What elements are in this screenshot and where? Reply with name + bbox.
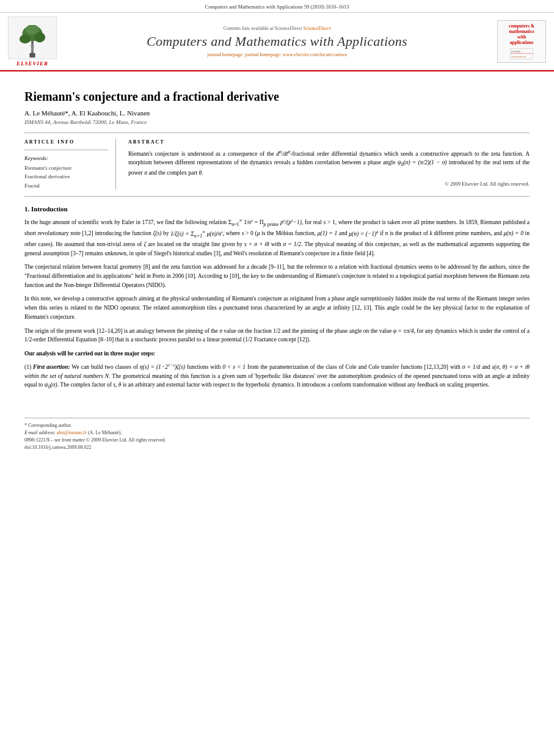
- abstract-label: ABSTRACT: [128, 139, 530, 145]
- copyright-line: © 2009 Elsevier Ltd. All rights reserved…: [128, 181, 530, 187]
- page: Computers and Mathematics with Applicati…: [0, 0, 554, 756]
- step-1-text: (1) First assertion: We can build two cl…: [24, 362, 530, 391]
- elsevier-logo-box: [8, 16, 57, 59]
- keyword-2: Fractional derivative: [24, 172, 108, 181]
- affiliation: ISMANS 44, Avenue Bartholdi 72000, Le Ma…: [24, 119, 530, 125]
- svg-text:ELSEVIER: ELSEVIER: [511, 51, 521, 53]
- sciencedirect-line: Contents lists available at ScienceDirec…: [224, 26, 331, 31]
- elsevier-logo: ELSEVIER: [5, 16, 60, 67]
- abstract-column: ABSTRACT Riemann's conjecture is underst…: [128, 139, 530, 190]
- abstract-text: Riemann's conjecture is understood as a …: [128, 148, 530, 177]
- divider-3: [24, 196, 530, 197]
- journal-meta-bar: Computers and Mathematics with Applicati…: [0, 0, 554, 13]
- divider-1: [24, 133, 530, 133]
- footnote-corresponding: * Corresponding author.: [24, 422, 530, 429]
- keyword-3: Fractal: [24, 181, 108, 190]
- intro-paragraph-1: In the huge amount of scientific work by…: [24, 217, 530, 258]
- footnote-issn: 0898-1221/$ – see front matter © 2009 El…: [24, 437, 530, 444]
- footnote-doi: doi:10.1016/j.camwa.2009.08.022: [24, 444, 530, 451]
- journal-header: ELSEVIER Contents lists available at Sci…: [0, 13, 554, 71]
- svg-rect-0: [29, 53, 35, 57]
- svg-text:www.elsevier.com: www.elsevier.com: [511, 56, 526, 58]
- journal-center-info: Contents lists available at ScienceDirec…: [65, 16, 489, 67]
- main-content: Riemann's conjecture and a fractional de…: [0, 71, 554, 408]
- elsevier-wordmark: ELSEVIER: [16, 60, 48, 67]
- keywords-label: Keywords:: [24, 155, 108, 161]
- keyword-1: Riemann's conjecture: [24, 164, 108, 172]
- section-intro-title: 1. Introduction: [24, 205, 530, 213]
- journal-thumbnail: computers &mathematicswithapplications E…: [497, 20, 546, 63]
- journal-homepage: journal homepage: journal homepage: www.…: [207, 52, 347, 57]
- thumbnail-icon: ELSEVIER www.elsevier.com: [506, 48, 537, 60]
- intro-paragraph-3: In this note, we develop a constructive …: [24, 294, 530, 321]
- journal-title: Computers and Mathematics with Applicati…: [147, 34, 407, 49]
- journal-right-logo: computers &mathematicswithapplications E…: [494, 16, 549, 67]
- elsevier-tree-icon: [11, 25, 54, 59]
- thumbnail-title: computers &mathematicswithapplications: [509, 23, 534, 45]
- authors: A. Le Méhauté*, A. El Kaabouchi, L. Niva…: [24, 109, 530, 117]
- divider-2: [24, 150, 108, 150]
- article-info-abstract: ARTICLE INFO Keywords: Riemann's conject…: [24, 139, 530, 190]
- footnote-email: E-mail address: alm@ismans.fr (A. Le Méh…: [24, 429, 530, 437]
- intro-paragraph-2: The conjectural relation between fractal…: [24, 263, 530, 289]
- article-info-label: ARTICLE INFO: [24, 139, 108, 145]
- svg-rect-7: [31, 48, 34, 52]
- footnote-section: * Corresponding author. E-mail address: …: [0, 418, 554, 463]
- journal-citation: Computers and Mathematics with Applicati…: [205, 4, 349, 10]
- svg-point-3: [20, 35, 31, 44]
- bold-steps-intro: Our analysis will be carried out in thre…: [24, 349, 530, 358]
- paper-title: Riemann's conjecture and a fractional de…: [24, 89, 530, 104]
- svg-point-6: [31, 45, 34, 48]
- article-info-column: ARTICLE INFO Keywords: Riemann's conject…: [24, 139, 116, 190]
- intro-paragraph-4: The origin of the present work [12–14,20…: [24, 327, 530, 344]
- footnote-area: * Corresponding author. E-mail address: …: [24, 418, 530, 451]
